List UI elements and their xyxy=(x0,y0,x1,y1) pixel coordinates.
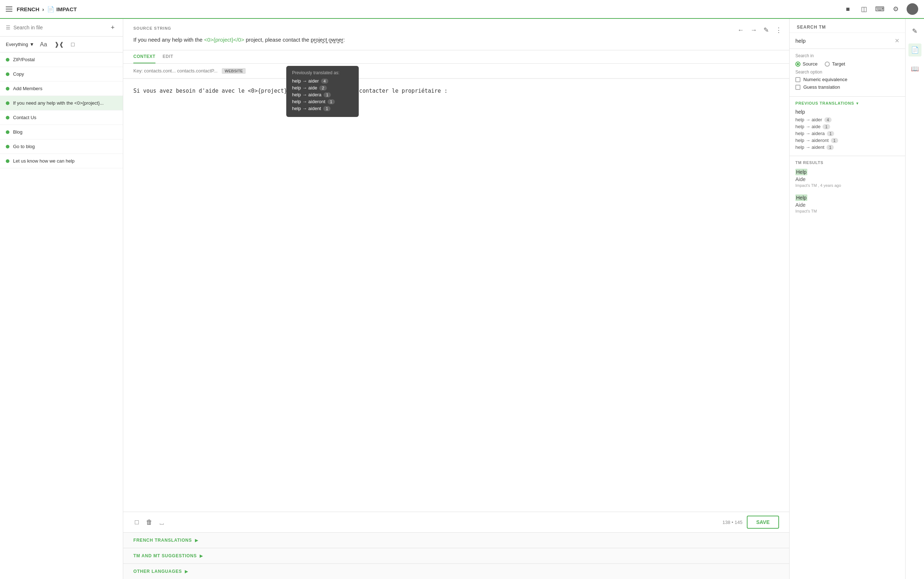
chevron-right-icon-3: ▶ xyxy=(185,569,188,574)
sidebar-item-zip-postal[interactable]: ZIP/Postal xyxy=(0,52,123,67)
comments-icon-button[interactable]: ✎ xyxy=(908,25,921,38)
sidebar-item-blog[interactable]: Blog xyxy=(0,125,123,139)
settings-icon[interactable]: ⚙ xyxy=(891,4,901,14)
sidebar-item-label: Contact Us xyxy=(13,115,117,120)
context-details: Key: contacts.cont... contacts.contactP.… xyxy=(123,64,789,79)
sidebar-dot xyxy=(6,130,10,134)
radio-target-dot xyxy=(825,62,830,67)
previously-translated-tooltip: Previously translated as: help → aider 4… xyxy=(286,66,359,117)
edit-button[interactable]: ✎ xyxy=(762,25,770,36)
top-bar: FRENCH › 📄 IMPACT ■ ◫ ⌨ ⚙ xyxy=(0,0,924,19)
filter-dropdown[interactable]: Everything ▼ xyxy=(6,42,34,47)
sidebar-item-label: Copy xyxy=(13,71,117,77)
french-translations-toggle[interactable]: FRENCH TRANSLATIONS ▶ xyxy=(133,538,779,543)
tab-edit[interactable]: EDIT xyxy=(163,50,173,63)
copy-source-button[interactable]: □ xyxy=(133,517,140,528)
filter-icon: ☰ xyxy=(6,25,10,30)
hamburger-menu[interactable] xyxy=(6,7,12,11)
layout2-icon[interactable]: ◫ xyxy=(859,4,869,14)
tooltip-row-5: help → aident 1 xyxy=(292,106,353,111)
sidebar-item-let-us-know[interactable]: Let us know how we can help xyxy=(0,154,123,168)
keyboard-icon[interactable]: ⌨ xyxy=(875,4,885,14)
numeric-equivalence-option[interactable]: Numeric equivalence xyxy=(795,77,899,82)
context-key2: contacts.contactP... xyxy=(177,68,218,74)
chevron-right-icon: ▶ xyxy=(195,538,198,543)
search-tm-input[interactable] xyxy=(795,38,895,44)
breadcrumb-arrow: › xyxy=(43,6,44,12)
case-sensitive-button[interactable]: Aa xyxy=(38,40,49,49)
prev-trans-row-3: help → aidera 1 xyxy=(795,131,899,136)
guess-translation-checkbox[interactable] xyxy=(795,85,800,90)
save-button[interactable]: SAVE xyxy=(747,516,779,529)
tm-source-2: Help xyxy=(795,195,899,201)
previous-translations-section: PREVIOUS TRANSLATIONS ▼ help help → aide… xyxy=(790,96,905,156)
tab-context[interactable]: CONTEXT xyxy=(133,50,156,63)
more-options-button[interactable]: ⋮ xyxy=(774,25,783,36)
sidebar: ☰ + Everything ▼ Aa ❱❰ □ ZIP/Postal Copy… xyxy=(0,19,123,579)
split-button[interactable]: ⎵ xyxy=(158,517,165,528)
sidebar-item-label: ZIP/Postal xyxy=(13,57,117,62)
next-string-button[interactable]: → xyxy=(749,25,759,36)
search-tm-icon-button[interactable]: 📄 xyxy=(908,43,921,57)
sidebar-item-add-members[interactable]: Add Members xyxy=(0,82,123,96)
sidebar-dot xyxy=(6,58,10,62)
chevron-down-icon: ▼ xyxy=(29,42,34,47)
context-key: Key: contacts.cont... xyxy=(133,68,176,74)
file-icon: 📄 xyxy=(47,6,54,13)
sidebar-dot xyxy=(6,101,10,105)
source-text-after: project, please contact the xyxy=(244,37,311,43)
tm-mt-suggestions-toggle[interactable]: TM AND MT SUGGESTIONS ▶ xyxy=(133,553,779,558)
radio-source[interactable]: Source xyxy=(795,61,818,67)
regex-button[interactable]: ❱❰ xyxy=(53,39,65,49)
sidebar-item-copy[interactable]: Copy xyxy=(0,67,123,82)
guess-translation-option[interactable]: Guess translation xyxy=(795,84,899,90)
search-input[interactable] xyxy=(13,25,105,30)
tm-meta-2: Impact's TM xyxy=(795,209,899,213)
search-in-label: Search in xyxy=(795,53,899,58)
delete-button[interactable]: 🗑 xyxy=(144,517,154,528)
layout1-icon[interactable]: ■ xyxy=(843,4,853,14)
other-languages-section: OTHER LANGUAGES ▶ xyxy=(123,563,789,579)
sidebar-item-contact-us[interactable]: Contact Us xyxy=(0,110,123,125)
glossary-icon-button[interactable]: 📖 xyxy=(908,62,921,75)
other-languages-toggle[interactable]: OTHER LANGUAGES ▶ xyxy=(133,569,779,574)
numeric-equivalence-checkbox[interactable] xyxy=(795,77,800,82)
center-panel: SOURCE STRING ← → ✎ ⋮ If you need any he… xyxy=(123,19,789,579)
radio-group: Source Target xyxy=(795,61,899,67)
search-tm-input-wrap: ✕ xyxy=(790,33,905,49)
source-string-section: SOURCE STRING ← → ✎ ⋮ If you need any he… xyxy=(123,19,789,50)
source-text: If you need any help with the <0>{projec… xyxy=(133,36,779,44)
radio-target[interactable]: Target xyxy=(825,61,845,67)
tm-highlight-1: Help xyxy=(795,169,807,175)
radio-source-dot xyxy=(795,62,800,67)
previous-translations-title[interactable]: PREVIOUS TRANSLATIONS ▼ xyxy=(795,101,899,105)
sidebar-item-go-to-blog[interactable]: Go to blog xyxy=(0,139,123,154)
tm-results-section: TM RESULTS Help Aide Impact's TM , 4 yea… xyxy=(790,156,905,579)
right-panel: SEARCH TM ✕ Search in Source Target Sear… xyxy=(789,19,905,579)
add-button[interactable]: + xyxy=(108,23,117,32)
translation-footer: □ 🗑 ⎵ 138 • 145 SAVE xyxy=(123,512,789,532)
translation-textarea[interactable]: Si vous avez besoin d'aide avec le <0>{p… xyxy=(123,79,789,512)
tooltip-row-2: help → aide 2 xyxy=(292,85,353,90)
tm-meta-1: Impact's TM , 4 years ago xyxy=(795,183,899,188)
breadcrumb-file[interactable]: 📄 IMPACT xyxy=(47,6,77,13)
whole-word-button[interactable]: □ xyxy=(70,40,76,49)
prev-string-button[interactable]: ← xyxy=(736,25,745,36)
french-translations-section: FRENCH TRANSLATIONS ▶ xyxy=(123,532,789,548)
search-tm-clear-button[interactable]: ✕ xyxy=(895,37,899,44)
tooltip-row-3: help → aidera 1 xyxy=(292,92,353,97)
avatar[interactable] xyxy=(907,3,918,15)
breadcrumb-project[interactable]: FRENCH xyxy=(17,6,39,12)
prev-trans-row-5: help → aident 1 xyxy=(795,144,899,150)
chevron-right-icon-2: ▶ xyxy=(200,554,203,558)
char-count: 138 • 145 xyxy=(722,520,742,525)
sidebar-item-if-you-need[interactable]: If you need any help with the <0>{projec… xyxy=(0,96,123,110)
tm-mt-suggestions-section: TM AND MT SUGGESTIONS ▶ xyxy=(123,548,789,563)
search-option-label: Search option xyxy=(795,70,899,75)
context-tabs: CONTEXT EDIT xyxy=(123,50,789,64)
sidebar-dot xyxy=(6,145,10,149)
source-colon: : xyxy=(344,37,345,43)
tm-result-1: Help Aide Impact's TM , 4 years ago xyxy=(795,169,899,188)
sidebar-search-bar: ☰ + xyxy=(0,19,123,37)
sidebar-list: ZIP/Postal Copy Add Members If you need … xyxy=(0,52,123,579)
